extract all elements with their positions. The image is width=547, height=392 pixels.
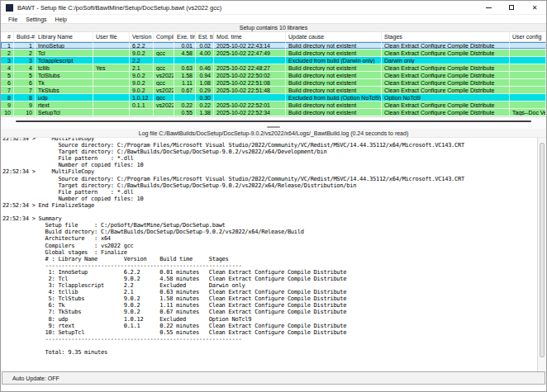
log-file-label: Log file C:/BawtBuilds/DocSetup/DocSetup… [1,129,546,138]
table-cell: tcllib [36,64,93,71]
table-cell [510,64,546,71]
column-header[interactable]: Mod. time [214,32,286,41]
table-cell [214,57,286,64]
horizontal-scrollbar-thumb[interactable] [16,120,531,122]
table-cell [510,57,546,64]
table-cell: Build directory not existent [286,50,382,56]
table-cell: 2025-10-02 22:50:02 [214,72,286,78]
menu-help[interactable]: Help [51,17,71,22]
column-header[interactable]: Update cause [286,32,382,41]
table-cell: 0.29 [196,87,214,93]
menu-settings[interactable]: Settings [21,17,50,22]
table-cell: 10 [14,109,36,116]
table-cell: Option NoTcl9 [382,94,510,101]
table-cell: 7 [1,87,14,93]
menu-file[interactable]: File [4,17,21,22]
minimize-icon [486,7,492,8]
table-cell: 4 [1,64,14,71]
table-cell: 2025-10-02 22:52:01 [214,102,286,108]
table-cell: Excluded from build (Darwin only) [286,57,382,64]
table-row[interactable]: 44tcllibYes2.1gcc0.630.462025-10-02 22:4… [1,64,546,72]
close-button[interactable]: ✕ [523,1,546,14]
app-icon [6,4,13,12]
table-cell [510,94,546,101]
maximize-icon [509,5,514,10]
table-cell: Clean Extract Configure Compile Distribu… [382,79,510,86]
column-header[interactable]: User file [93,32,130,41]
table-cell [174,94,196,101]
table-cell: gcc [154,79,174,86]
table-row[interactable]: 1010SetupTcl0.551.382025-10-02 22:52:34B… [1,109,546,116]
table-cell: 0.63 [174,64,196,71]
table-row[interactable]: 66Tk9.0.2gcc1.111.082025-10-02 22:51:08B… [1,79,546,87]
minimize-button[interactable] [477,1,500,14]
table-cell: gcc [154,94,174,101]
table-cell: Yes [93,64,130,71]
table-cell: 9 [1,102,14,108]
table-cell [510,79,546,86]
table-cell: Clean Extract Configure Compile Distribu… [382,72,510,78]
table-cell: 0.55 [174,109,196,116]
column-header[interactable]: User config [510,32,546,41]
vertical-scrollbar-thumb[interactable] [540,143,545,357]
table-cell: 9.0.2 [130,79,154,86]
table-cell [154,57,174,64]
table-cell: rtext [36,102,93,108]
table-cell: Build directory not existent [286,64,382,71]
column-header[interactable]: Compiler [154,32,174,41]
table-cell [93,102,130,108]
table-cell: 8 [1,94,14,101]
table-cell: Tags--Doc Version=9.0 [510,109,546,116]
column-header[interactable]: Est. time [196,32,214,41]
table-row[interactable]: 55TclStubs9.0.2vs20221.580.942025-10-02 … [1,72,546,79]
window-bottom-padding [1,385,546,391]
table-cell: 0.67 [174,87,196,93]
log-view: 22:52:34 > MultiFileCopy Source director… [1,138,546,371]
table-cell: Clean Extract Configure Compile Distribu… [382,109,510,116]
table-cell [510,102,546,108]
auto-update-status: Auto Update: OFF [12,375,59,381]
table-cell: Clean Extract Configure Compile Distribu… [382,64,510,71]
table-cell [93,42,130,49]
table-cell: TclStubs [36,72,93,78]
table-cell: 6.2.2 [130,42,154,49]
table-row[interactable]: 99rtext0.1.1vs20220.220.222025-10-02 22:… [1,102,546,109]
horizontal-scrollbar[interactable] [1,116,546,125]
table-row[interactable]: 22Tcl9.0.2gcc4.584.002025-10-02 22:47:49… [1,50,546,57]
column-header[interactable]: # [1,32,14,41]
table-cell: 1.0.12 [130,94,154,101]
splitter-sash[interactable] [1,125,546,129]
table-cell: Clean Extract Configure Compile Distribu… [382,50,510,56]
column-header[interactable]: Exe. time [174,32,196,41]
table-cell [93,50,130,56]
table-row[interactable]: 88udp1.0.12gcc0.30Excluded from build (O… [1,94,546,102]
table-cell: 3 [14,57,36,64]
table-cell: 2 [14,50,36,56]
table-cell: 1 [1,42,14,49]
table-cell: 2.1 [130,64,154,71]
table-row[interactable]: 77TkStubs9.0.2vs20220.670.292025-10-02 2… [1,87,546,94]
table-cell: 9.0.2 [130,72,154,78]
column-header[interactable]: Library Name [36,32,93,41]
column-header[interactable]: Version [130,32,154,41]
splitter-grip-icon [267,126,280,128]
table-cell: 2025-10-02 22:51:48 [214,87,286,93]
table-cell: 0.02 [196,42,214,49]
table-row[interactable]: 11InnoSetup6.2.20.010.022025-10-02 22:43… [1,42,546,50]
vertical-scrollbar[interactable] [537,138,546,371]
column-header[interactable]: Build-# [14,32,36,41]
maximize-button[interactable] [500,1,523,14]
column-header[interactable]: Stages [382,32,510,41]
table-cell: 2 [1,50,14,56]
table-cell: 0.30 [196,94,214,101]
table-cell: 4.58 [174,50,196,56]
table-cell: Clean Extract Configure Compile Distribu… [382,42,510,49]
table-cell: Clean Extract Configure Compile Distribu… [382,102,510,108]
table-row[interactable]: 33Tclapplescript2.2Excluded from build (… [1,57,546,64]
table-cell: SetupTcl [36,109,93,116]
table-cell: 4 [14,64,36,71]
table-cell: 0.46 [196,64,214,71]
table-cell: 9.0.2 [130,87,154,93]
table-cell: 2025-10-02 22:48:27 [214,64,286,71]
table-cell [154,42,174,49]
